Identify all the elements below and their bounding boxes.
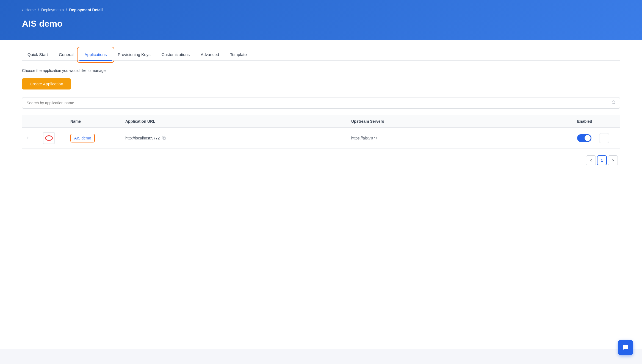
- next-page-button[interactable]: >: [608, 155, 618, 165]
- app-url-text: http://localhost:9772: [125, 136, 160, 140]
- svg-rect-1: [164, 137, 166, 139]
- applications-table: Name Application URL Upstream Servers En…: [22, 115, 620, 149]
- col-icon: [43, 119, 70, 124]
- upstream-text: https://ais:7077: [351, 136, 377, 140]
- tab-applications[interactable]: Applications: [79, 49, 112, 61]
- tab-template[interactable]: Template: [225, 49, 252, 61]
- expand-icon[interactable]: +: [26, 135, 29, 141]
- app-icon-cell: [43, 132, 70, 144]
- actions-cell: ⋮: [599, 133, 616, 143]
- tab-bar: Quick Start General Applications Provisi…: [22, 49, 620, 61]
- breadcrumb: ‹ Home / Deployments / Deployment Detail: [22, 8, 620, 12]
- tab-general[interactable]: General: [53, 49, 79, 61]
- table-row: + AIS demo http://localhost:9772: [22, 128, 620, 149]
- create-application-button[interactable]: Create Application: [22, 78, 71, 89]
- app-icon: [43, 132, 55, 144]
- tab-advanced[interactable]: Advanced: [195, 49, 225, 61]
- col-name: Name: [70, 119, 125, 124]
- page-header: ‹ Home / Deployments / Deployment Detail…: [0, 0, 642, 40]
- prev-page-button[interactable]: <: [586, 155, 596, 165]
- breadcrumb-home[interactable]: Home: [26, 8, 36, 12]
- col-upstream: Upstream Servers: [351, 119, 577, 124]
- table-header-row: Name Application URL Upstream Servers En…: [22, 115, 620, 128]
- breadcrumb-current: Deployment Detail: [69, 8, 103, 12]
- search-icon: [608, 100, 620, 106]
- col-enabled: Enabled: [577, 119, 599, 124]
- upstream-cell: https://ais:7077: [351, 136, 577, 140]
- col-app-url: Application URL: [125, 119, 351, 124]
- breadcrumb-deployments[interactable]: Deployments: [41, 8, 64, 12]
- app-name-cell: AIS demo: [70, 134, 125, 142]
- enabled-cell: [577, 134, 599, 142]
- search-bar: [22, 97, 620, 109]
- oval-shape: [45, 135, 53, 141]
- back-arrow[interactable]: ‹: [22, 8, 23, 12]
- chat-fab-button[interactable]: [618, 340, 633, 355]
- col-actions: [599, 119, 616, 124]
- svg-point-0: [612, 101, 615, 104]
- enabled-toggle[interactable]: [577, 134, 591, 142]
- tab-provisioning-keys[interactable]: Provisioning Keys: [112, 49, 156, 61]
- app-url-cell: http://localhost:9772: [125, 136, 351, 141]
- col-expand: [26, 119, 43, 124]
- breadcrumb-sep2: /: [66, 8, 67, 12]
- pagination: < 1 >: [22, 155, 620, 165]
- page-1-button[interactable]: 1: [597, 155, 607, 165]
- expand-cell: +: [26, 135, 43, 141]
- search-input[interactable]: [22, 97, 608, 108]
- tab-customizations[interactable]: Customizations: [156, 49, 195, 61]
- more-actions-button[interactable]: ⋮: [599, 133, 609, 143]
- section-description: Choose the application you would like to…: [22, 68, 620, 73]
- toggle-thumb: [585, 135, 591, 141]
- app-name-link[interactable]: AIS demo: [74, 136, 91, 140]
- app-name-wrapper: AIS demo: [70, 134, 95, 142]
- breadcrumb-sep1: /: [38, 8, 39, 12]
- tab-quick-start[interactable]: Quick Start: [22, 49, 53, 61]
- main-content: Quick Start General Applications Provisi…: [0, 40, 642, 349]
- copy-icon[interactable]: [162, 136, 166, 141]
- page-title: AIS demo: [22, 19, 620, 29]
